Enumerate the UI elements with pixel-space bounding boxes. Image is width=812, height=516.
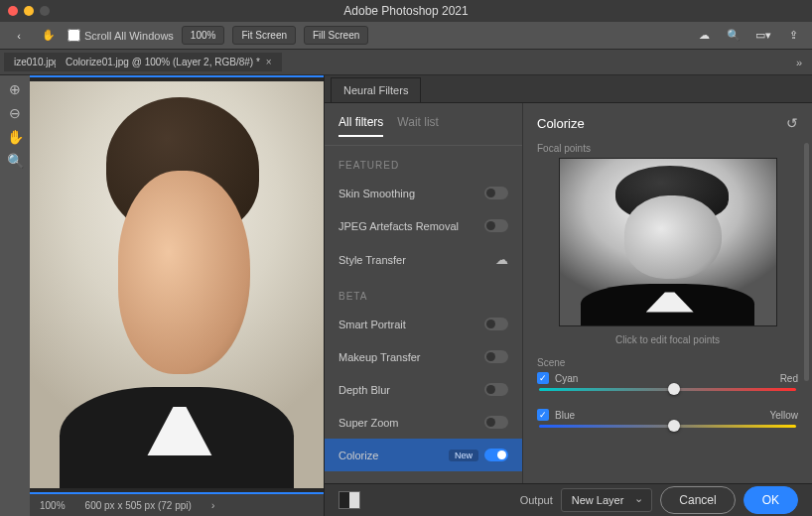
share-icon[interactable]: ⇪	[782, 25, 804, 47]
fill-screen-button[interactable]: Fill Screen	[304, 26, 368, 45]
tab-wait-list[interactable]: Wait list	[397, 115, 439, 137]
slider-thumb[interactable]	[668, 420, 680, 432]
filter-detail: Colorize ↺ Focal points Click to edit fo…	[523, 103, 812, 483]
doc-tab-inactive[interactable]: ize010.jpg ×	[4, 53, 56, 71]
focal-caption: Click to edit focal points	[537, 334, 798, 345]
toggle[interactable]	[484, 449, 508, 461]
slider-right-label: Yellow	[769, 410, 798, 421]
hand-tool-icon[interactable]: ✋	[38, 25, 60, 47]
window-controls	[8, 6, 50, 16]
download-icon[interactable]: ☁	[495, 252, 508, 267]
output-value: New Layer	[572, 494, 624, 506]
back-button[interactable]: ‹	[8, 25, 30, 47]
cyan-checkbox[interactable]	[537, 372, 549, 384]
toggle[interactable]	[484, 219, 508, 232]
tabs-overflow-icon[interactable]: »	[796, 57, 802, 68]
scene-label: Scene	[537, 357, 798, 368]
filter-label: Smart Portrait	[338, 319, 406, 330]
filter-smart-portrait[interactable]: Smart Portrait	[325, 308, 522, 340]
filter-super-zoom[interactable]: Super Zoom	[325, 406, 522, 439]
section-featured: FEATURED	[325, 146, 522, 177]
slider-left-label: Blue	[555, 410, 575, 421]
status-dimensions: 600 px x 505 px (72 ppi)	[85, 500, 192, 511]
filter-colorize[interactable]: Colorize New	[325, 439, 522, 471]
filter-skin-smoothing[interactable]: Skin Smoothing	[325, 177, 522, 209]
workspace-icon[interactable]: ▭▾	[752, 25, 774, 47]
scroll-all-input[interactable]	[68, 29, 80, 42]
document-tabs: ize010.jpg × Colorize01.jpg @ 100% (Laye…	[0, 50, 812, 75]
filter-label: Makeup Transfer	[338, 351, 421, 363]
filter-depth-blur[interactable]: Depth Blur	[325, 373, 522, 406]
tab-all-filters[interactable]: All filters	[338, 115, 383, 137]
status-chevron-icon[interactable]: ›	[211, 500, 214, 511]
new-badge: New	[449, 450, 478, 461]
slider-right-label: Red	[780, 373, 798, 384]
scroll-all-checkbox[interactable]: Scroll All Windows	[68, 29, 174, 42]
toggle[interactable]	[484, 318, 508, 330]
maximize-icon[interactable]	[40, 6, 50, 16]
colorized-image	[30, 81, 324, 488]
zoom-tool-icon[interactable]: 🔍	[7, 153, 24, 169]
search-icon[interactable]: 🔍	[723, 25, 744, 47]
section-beta: BETA	[325, 277, 522, 308]
doc-tab-active[interactable]: Colorize01.jpg @ 100% (Layer 2, RGB/8#) …	[56, 53, 282, 71]
filter-jpeg-artefacts[interactable]: JPEG Artefacts Removal	[325, 209, 522, 242]
toggle[interactable]	[484, 383, 508, 396]
minimize-icon[interactable]	[24, 6, 34, 16]
blue-checkbox[interactable]	[537, 409, 549, 421]
side-toolbar: ⊕ ⊖ ✋ 🔍	[0, 75, 30, 516]
status-zoom[interactable]: 100%	[40, 500, 66, 511]
slider-blue-yellow: Blue Yellow	[537, 409, 798, 432]
output-select[interactable]: New Layer	[561, 488, 653, 512]
slider-left-label: Cyan	[555, 373, 578, 384]
cloud-icon[interactable]: ☁	[693, 25, 715, 47]
filter-label: Skin Smoothing	[338, 188, 415, 199]
panel-footer: Output New Layer Cancel OK	[325, 483, 812, 516]
focal-preview[interactable]	[559, 158, 777, 326]
neural-filters-panel: Neural Filters All filters Wait list FEA…	[324, 75, 812, 516]
canvas-area: 100% 600 px x 505 px (72 ppi) ›	[30, 75, 324, 516]
toggle[interactable]	[484, 187, 508, 199]
zoom-percent[interactable]: 100%	[182, 26, 225, 45]
toggle[interactable]	[484, 350, 508, 363]
before-after-icon[interactable]	[338, 491, 360, 509]
toggle[interactable]	[484, 416, 508, 429]
focal-points-label: Focal points	[537, 143, 798, 154]
status-bar: 100% 600 px x 505 px (72 ppi) ›	[30, 494, 324, 516]
canvas[interactable]	[30, 75, 324, 494]
hand-icon[interactable]: ✋	[7, 129, 24, 145]
filter-makeup-transfer[interactable]: Makeup Transfer	[325, 340, 522, 373]
slider-cyan-red: Cyan Red	[537, 372, 798, 395]
filter-style-transfer[interactable]: Style Transfer ☁	[325, 242, 522, 277]
filter-label: Colorize	[338, 450, 378, 461]
filter-list: All filters Wait list FEATURED Skin Smoo…	[325, 103, 523, 483]
panel-tab[interactable]: Neural Filters	[331, 77, 421, 102]
close-icon[interactable]	[8, 6, 18, 16]
tab-label-active: Colorize01.jpg @ 100% (Layer 2, RGB/8#) …	[66, 57, 260, 67]
close-tab-icon[interactable]: ×	[266, 57, 272, 67]
filter-label: Depth Blur	[338, 384, 390, 396]
ok-button[interactable]: OK	[744, 486, 798, 514]
options-bar: ‹ ✋ Scroll All Windows 100% Fit Screen F…	[0, 22, 812, 50]
filter-label: Style Transfer	[338, 254, 406, 266]
reset-icon[interactable]: ↺	[786, 115, 798, 131]
zoom-in-icon[interactable]: ⊕	[9, 81, 21, 97]
slider-thumb[interactable]	[668, 383, 680, 395]
cancel-button[interactable]: Cancel	[660, 486, 735, 514]
fit-screen-button[interactable]: Fit Screen	[232, 26, 296, 45]
output-label: Output	[520, 494, 553, 506]
zoom-out-icon[interactable]: ⊖	[9, 105, 21, 121]
tab-label-partial: ize010.jpg	[14, 57, 56, 67]
slider-track[interactable]	[539, 388, 796, 391]
filter-label: Super Zoom	[338, 417, 399, 429]
detail-scrollbar[interactable]	[804, 143, 809, 381]
titlebar: Adobe Photoshop 2021	[0, 0, 812, 22]
scroll-all-label: Scroll All Windows	[84, 30, 174, 42]
slider-track[interactable]	[539, 425, 796, 428]
detail-title: Colorize	[537, 116, 585, 131]
filter-label: JPEG Artefacts Removal	[338, 220, 459, 232]
app-title: Adobe Photoshop 2021	[343, 4, 468, 18]
